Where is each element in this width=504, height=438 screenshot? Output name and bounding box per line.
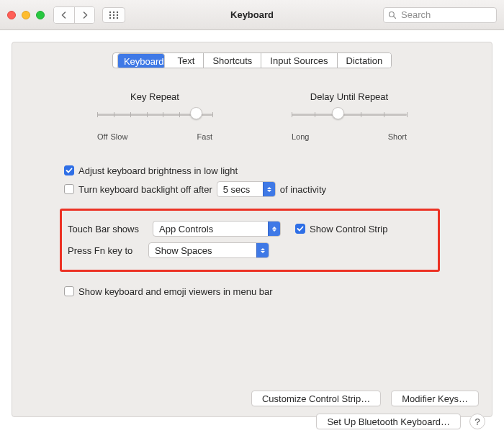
key-repeat-slider-group: Key Repeat Off Slow Fast — [97, 91, 212, 141]
search-input[interactable] — [400, 9, 492, 21]
svg-point-0 — [109, 11, 111, 12]
close-window-button[interactable] — [7, 11, 16, 19]
backlight-off-checkbox[interactable] — [64, 184, 74, 194]
fn-key-row: Press Fn key to Show Spaces — [68, 239, 432, 261]
grid-icon — [109, 11, 119, 19]
emoji-viewer-row: Show keyboard and emoji viewers in menu … — [64, 282, 492, 301]
stepper-arrows-icon — [263, 181, 275, 197]
touch-bar-highlight: Touch Bar shows App Controls Show Contro… — [60, 209, 440, 272]
touch-bar-value: App Controls — [159, 224, 268, 234]
svg-point-1 — [113, 11, 114, 12]
show-all-prefs-button[interactable] — [102, 7, 125, 23]
search-icon — [388, 11, 397, 19]
forward-button[interactable] — [74, 7, 94, 23]
adjust-brightness-checkbox[interactable] — [64, 165, 74, 175]
svg-point-7 — [113, 17, 114, 18]
tab-text[interactable]: Text — [169, 53, 204, 68]
emoji-viewer-label: Show keyboard and emoji viewers in menu … — [78, 286, 273, 297]
check-icon — [297, 225, 304, 232]
key-repeat-off-label: Off — [97, 132, 107, 141]
delay-label: Delay Until Repeat — [292, 91, 407, 102]
search-field-wrap[interactable] — [383, 7, 497, 23]
bluetooth-keyboard-button[interactable]: Set Up Bluetooth Keyboard… — [316, 414, 461, 429]
fn-key-label: Press Fn key to — [68, 245, 148, 256]
emoji-viewer-row-wrap: Show keyboard and emoji viewers in menu … — [64, 282, 492, 301]
preferences-panel: Keyboard Text Shortcuts Input Sources Di… — [12, 42, 492, 417]
modifier-keys-button[interactable]: Modifier Keys… — [391, 391, 479, 406]
footer-row: Set Up Bluetooth Keyboard… ? — [316, 414, 485, 429]
backlight-off-row: Turn keyboard backlight off after 5 secs… — [64, 180, 492, 199]
options-block: Adjust keyboard brightness in low light … — [64, 161, 492, 199]
delay-long-label: Long — [292, 132, 309, 141]
sliders-row: Key Repeat Off Slow Fast Delay Until Rep… — [12, 91, 492, 141]
svg-point-3 — [109, 14, 111, 15]
delay-slider[interactable] — [292, 109, 407, 129]
backlight-delay-select[interactable]: 5 secs — [217, 181, 276, 197]
svg-point-6 — [109, 17, 111, 18]
tab-shortcuts[interactable]: Shortcuts — [204, 53, 261, 68]
key-repeat-knob[interactable] — [190, 107, 202, 119]
control-strip-label: Show Control Strip — [310, 224, 387, 234]
adjust-brightness-row: Adjust keyboard brightness in low light — [64, 161, 492, 180]
tab-dictation[interactable]: Dictation — [338, 53, 392, 68]
key-repeat-fast-label: Fast — [197, 132, 212, 141]
customize-control-strip-button[interactable]: Customize Control Strip… — [251, 391, 381, 406]
adjust-brightness-label: Adjust keyboard brightness in low light — [78, 165, 238, 176]
stepper-arrows-icon — [268, 221, 280, 237]
nav-back-forward — [53, 6, 95, 24]
backlight-off-label-after: of inactivity — [280, 184, 326, 195]
svg-point-2 — [117, 11, 118, 12]
back-button[interactable] — [54, 7, 74, 23]
delay-short-label: Short — [388, 132, 407, 141]
zoom-window-button[interactable] — [36, 11, 45, 19]
svg-point-5 — [117, 14, 118, 15]
svg-point-8 — [117, 17, 118, 18]
titlebar: Keyboard — [0, 0, 504, 30]
window-controls — [7, 11, 45, 19]
svg-point-4 — [113, 14, 114, 15]
svg-point-9 — [390, 12, 395, 17]
touch-bar-label: Touch Bar shows — [68, 224, 148, 234]
touch-bar-row: Touch Bar shows App Controls Show Contro… — [68, 218, 432, 239]
help-button[interactable]: ? — [469, 414, 485, 429]
minimize-window-button[interactable] — [22, 11, 30, 19]
tab-bar: Keyboard Text Shortcuts Input Sources Di… — [112, 53, 392, 68]
touch-bar-select[interactable]: App Controls — [153, 221, 281, 237]
tabs-row: Keyboard Text Shortcuts Input Sources Di… — [12, 53, 492, 68]
delay-knob[interactable] — [332, 107, 344, 119]
tab-keyboard[interactable]: Keyboard — [117, 53, 165, 68]
key-repeat-label: Key Repeat — [97, 91, 212, 102]
stepper-arrows-icon — [256, 242, 269, 258]
chevron-right-icon — [81, 12, 89, 19]
chevron-left-icon — [60, 12, 68, 19]
key-repeat-slider[interactable] — [97, 109, 212, 129]
backlight-off-label-before: Turn keyboard backlight off after — [78, 184, 212, 195]
control-strip-checkbox[interactable] — [295, 224, 305, 234]
delay-slider-group: Delay Until Repeat Long Short — [292, 91, 407, 141]
fn-key-select[interactable]: Show Spaces — [148, 242, 269, 258]
panel-button-row: Customize Control Strip… Modifier Keys… — [251, 391, 479, 406]
key-repeat-slow-label: Slow — [110, 132, 127, 141]
check-icon — [66, 167, 73, 174]
backlight-delay-value: 5 secs — [223, 184, 263, 195]
tab-input-sources[interactable]: Input Sources — [261, 53, 337, 68]
fn-key-value: Show Spaces — [155, 245, 256, 256]
svg-line-10 — [394, 16, 396, 18]
emoji-viewer-checkbox[interactable] — [64, 286, 74, 296]
